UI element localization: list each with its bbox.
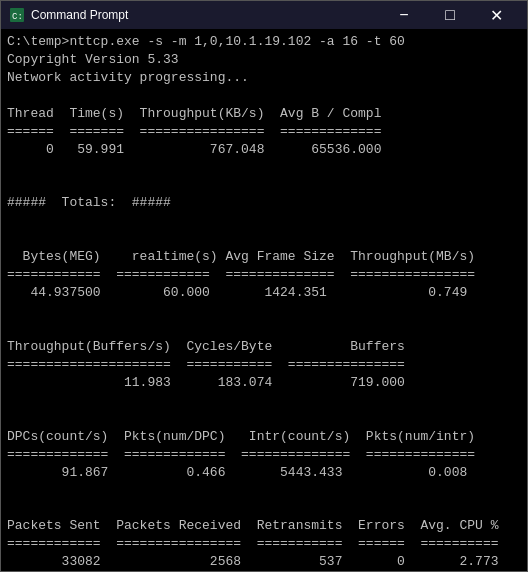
svg-text:C:: C:: [12, 12, 23, 22]
window-controls: − □ ✕: [381, 1, 519, 29]
console-output[interactable]: C:\temp>nttcp.exe -s -m 1,0,10.1.19.102 …: [1, 29, 527, 571]
app-icon: C:: [9, 7, 25, 23]
close-button[interactable]: ✕: [473, 1, 519, 29]
title-bar: C: Command Prompt − □ ✕: [1, 1, 527, 29]
minimize-button[interactable]: −: [381, 1, 427, 29]
command-prompt-window: C: Command Prompt − □ ✕ C:\temp>nttcp.ex…: [0, 0, 528, 572]
window-title: Command Prompt: [31, 8, 381, 22]
maximize-button[interactable]: □: [427, 1, 473, 29]
